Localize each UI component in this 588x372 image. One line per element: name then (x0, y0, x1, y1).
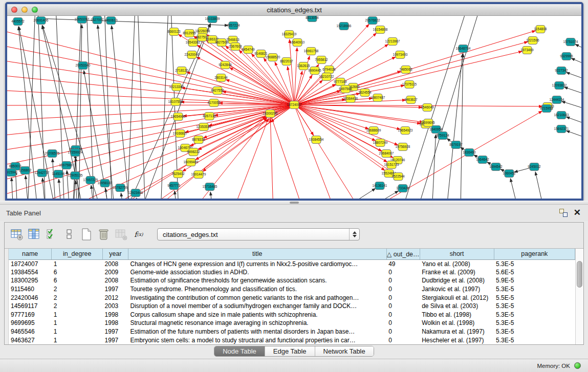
window-titlebar[interactable]: citations_edges.txt (7, 4, 581, 16)
graph-edge[interactable] (535, 172, 545, 199)
table-row[interactable]: 1938455462009Genome-wide association stu… (9, 268, 575, 277)
scrollbar-thumb[interactable] (577, 261, 582, 288)
graph-edge[interactable] (127, 16, 135, 199)
table-scrollbar[interactable] (575, 249, 583, 344)
table-cell: 9465546 (9, 327, 52, 336)
tab-node-table[interactable]: Node Table (214, 346, 265, 356)
graph-edge[interactable] (270, 119, 273, 199)
network-canvas[interactable]: 1872400718300295866012389129551822605898… (7, 16, 581, 199)
column-header-5[interactable]: short (420, 249, 494, 259)
graph-edge[interactable] (564, 87, 581, 98)
row-height-icon[interactable] (62, 227, 76, 242)
column-checklist-icon[interactable] (45, 227, 59, 242)
graph-node-label: 3915941 (7, 170, 18, 174)
table-select-dropdown[interactable]: citations_edges.txt (157, 228, 360, 240)
graph-edge[interactable] (121, 193, 124, 199)
graph-node-label: 18107553 (168, 100, 183, 103)
column-header-4[interactable]: △ out_de… (386, 249, 420, 259)
graph-edge[interactable] (15, 171, 17, 199)
graph-edge[interactable] (161, 16, 168, 199)
table-row[interactable]: 1872400712008Changes of HCN gene express… (9, 259, 575, 268)
graph-edge[interactable] (566, 130, 581, 141)
row-gutter (5, 249, 9, 344)
graph-node-label: 9990445 (308, 69, 321, 72)
table-row[interactable]: 946554611997Estimation of the future num… (9, 327, 575, 336)
column-header-1[interactable]: in_degree (52, 249, 103, 259)
graph-node-label: 12942737 (35, 171, 50, 174)
graph-edge[interactable] (432, 135, 436, 199)
graph-edge[interactable] (571, 58, 581, 69)
graph-node-label: 15751074 (563, 40, 578, 43)
graph-edge[interactable] (210, 192, 213, 199)
graph-edge[interactable] (294, 48, 297, 105)
create-column-icon[interactable] (79, 227, 94, 242)
graph-edge[interactable] (337, 188, 376, 199)
split-pane-divider[interactable] (0, 201, 588, 205)
graph-edge[interactable] (294, 105, 385, 170)
column-header-3[interactable]: title (128, 249, 386, 259)
table-row[interactable]: 1456911722003Disruption of a novel membe… (9, 302, 575, 311)
tab-network-table[interactable]: Network Table (315, 346, 374, 356)
graph-edge[interactable] (566, 117, 581, 127)
graph-node-label: 16640910 (290, 40, 305, 44)
table-row[interactable]: 2242004622012Investigating the contribut… (9, 293, 575, 302)
table-row[interactable]: 969969511998Structural magnetic resonanc… (9, 319, 575, 327)
graph-node-label: 16648784 (456, 47, 471, 50)
graph-edge[interactable] (7, 29, 294, 105)
graph-edge[interactable] (294, 105, 360, 199)
table-cell: Investigating the contribution of common… (128, 293, 386, 302)
graph-node-label: 8215953 (540, 106, 553, 110)
table-cell: 22420046 (9, 293, 52, 302)
graph-edge[interactable] (187, 72, 294, 105)
memory-status-label: Memory: OK (537, 363, 570, 369)
show-columns-icon[interactable] (27, 227, 41, 242)
graph-edge[interactable] (7, 75, 294, 105)
graph-edge[interactable] (361, 191, 398, 199)
graph-edge[interactable] (294, 105, 421, 124)
float-panel-icon[interactable] (559, 209, 568, 217)
graph-node-label: 16154808 (373, 28, 388, 31)
close-panel-icon[interactable]: ✕ (574, 209, 581, 217)
graph-edge[interactable] (272, 118, 304, 199)
graph-node-label: 9699695 (422, 121, 435, 124)
graph-edge[interactable] (38, 18, 228, 26)
graph-node-label: 1733426 (396, 186, 409, 190)
graph-edge[interactable] (294, 105, 368, 129)
graph-edge[interactable] (510, 179, 519, 199)
graph-edge[interactable] (7, 105, 294, 105)
graph-edge[interactable] (138, 16, 145, 199)
graph-edge[interactable] (446, 54, 463, 199)
graph-edge[interactable] (7, 105, 294, 151)
graph-edge[interactable] (461, 54, 463, 199)
table-row[interactable]: 1830029562008Estimation of significance … (9, 276, 575, 285)
delete-column-icon[interactable] (97, 227, 111, 242)
graph-edge[interactable] (562, 101, 581, 112)
table-row[interactable]: 911546021997Tourette syndrome. Phenomeno… (9, 285, 575, 294)
graph-edge[interactable] (12, 178, 13, 199)
graph-edge[interactable] (7, 59, 294, 105)
column-header-2[interactable]: year (103, 249, 128, 259)
divider-grip-icon[interactable] (290, 202, 299, 204)
table-row[interactable]: 977716911998Corpus callosum shape and si… (9, 311, 575, 319)
graph-edge[interactable] (566, 72, 581, 83)
graph-edge[interactable] (575, 44, 581, 54)
table-row[interactable]: 946362711997Embryonic stem cells: a mode… (9, 336, 575, 344)
function-builder-icon[interactable]: f(x) (132, 227, 146, 242)
column-header-0[interactable]: name (9, 249, 52, 259)
table-mode-icon[interactable] (10, 227, 24, 242)
graph-edge[interactable] (137, 198, 139, 199)
table-cell: 49 (386, 259, 420, 268)
graph-edge[interactable] (7, 90, 294, 105)
table-cell: 18300295 (9, 276, 52, 285)
graph-edge[interactable] (86, 16, 94, 199)
column-header-6[interactable]: pagerank (494, 249, 575, 259)
graph-node-label: 16210643 (554, 113, 569, 117)
graph-node-label: 20206575 (45, 151, 60, 155)
table-cell: Tourette syndrome. Phenomenology and cla… (128, 285, 386, 294)
graph-node-label: 10653287 (75, 17, 90, 21)
tab-edge-table[interactable]: Edge Table (265, 346, 315, 356)
graph-edge[interactable] (232, 118, 268, 199)
graph-edge[interactable] (112, 26, 130, 199)
memory-ok-icon (574, 362, 581, 369)
graph-edge[interactable] (290, 39, 294, 105)
